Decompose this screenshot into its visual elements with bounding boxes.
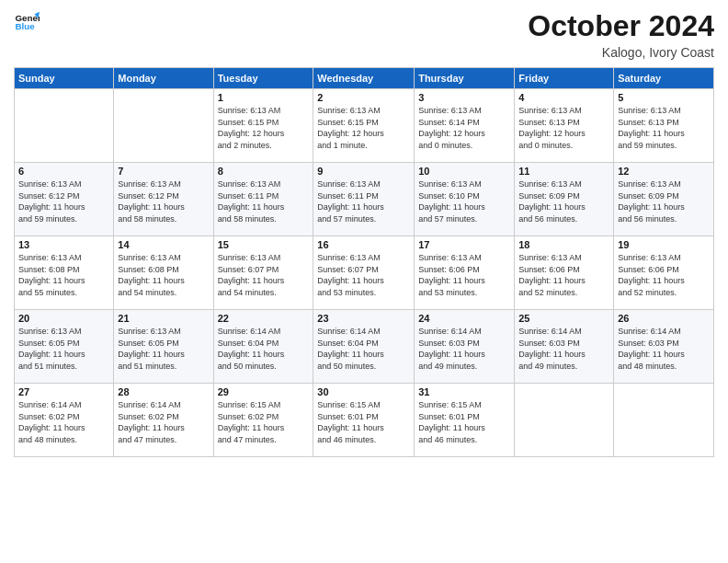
day-number: 15 bbox=[218, 239, 310, 250]
calendar-cell: 18Sunrise: 6:13 AM Sunset: 6:06 PM Dayli… bbox=[515, 236, 614, 310]
calendar-header-tuesday: Tuesday bbox=[213, 68, 313, 89]
calendar-cell: 9Sunrise: 6:13 AM Sunset: 6:11 PM Daylig… bbox=[313, 163, 415, 236]
day-number: 11 bbox=[518, 166, 609, 177]
day-info: Sunrise: 6:13 AM Sunset: 6:06 PM Dayligh… bbox=[418, 252, 510, 298]
day-number: 21 bbox=[118, 313, 209, 324]
calendar-cell: 16Sunrise: 6:13 AM Sunset: 6:07 PM Dayli… bbox=[313, 236, 415, 310]
day-info: Sunrise: 6:14 AM Sunset: 6:03 PM Dayligh… bbox=[418, 326, 510, 372]
calendar-cell: 12Sunrise: 6:13 AM Sunset: 6:09 PM Dayli… bbox=[614, 163, 714, 236]
calendar-cell: 13Sunrise: 6:13 AM Sunset: 6:08 PM Dayli… bbox=[15, 236, 114, 310]
calendar-cell: 28Sunrise: 6:14 AM Sunset: 6:02 PM Dayli… bbox=[114, 384, 213, 457]
day-number: 28 bbox=[118, 386, 209, 397]
day-info: Sunrise: 6:13 AM Sunset: 6:05 PM Dayligh… bbox=[118, 326, 209, 372]
calendar-week-5: 27Sunrise: 6:14 AM Sunset: 6:02 PM Dayli… bbox=[15, 384, 714, 457]
calendar-cell bbox=[114, 89, 213, 163]
calendar-cell: 29Sunrise: 6:15 AM Sunset: 6:02 PM Dayli… bbox=[213, 384, 313, 457]
calendar-header-sunday: Sunday bbox=[15, 68, 114, 89]
day-number: 24 bbox=[418, 313, 510, 324]
calendar-header-friday: Friday bbox=[515, 68, 614, 89]
day-info: Sunrise: 6:13 AM Sunset: 6:05 PM Dayligh… bbox=[18, 326, 109, 372]
day-info: Sunrise: 6:13 AM Sunset: 6:13 PM Dayligh… bbox=[518, 105, 609, 151]
calendar-cell: 24Sunrise: 6:14 AM Sunset: 6:03 PM Dayli… bbox=[415, 310, 515, 384]
day-info: Sunrise: 6:13 AM Sunset: 6:15 PM Dayligh… bbox=[218, 105, 310, 151]
day-number: 16 bbox=[317, 239, 410, 250]
day-number: 22 bbox=[218, 313, 310, 324]
day-info: Sunrise: 6:14 AM Sunset: 6:03 PM Dayligh… bbox=[618, 326, 710, 372]
day-number: 25 bbox=[518, 313, 609, 324]
calendar-cell: 22Sunrise: 6:14 AM Sunset: 6:04 PM Dayli… bbox=[213, 310, 313, 384]
calendar-header-saturday: Saturday bbox=[614, 68, 714, 89]
day-info: Sunrise: 6:13 AM Sunset: 6:08 PM Dayligh… bbox=[118, 252, 209, 298]
calendar-cell: 10Sunrise: 6:13 AM Sunset: 6:10 PM Dayli… bbox=[415, 163, 515, 236]
month-title: October 2024 bbox=[528, 9, 714, 43]
day-number: 29 bbox=[218, 386, 310, 397]
calendar-cell: 6Sunrise: 6:13 AM Sunset: 6:12 PM Daylig… bbox=[15, 163, 114, 236]
day-number: 13 bbox=[18, 239, 109, 250]
day-info: Sunrise: 6:14 AM Sunset: 6:04 PM Dayligh… bbox=[317, 326, 410, 372]
location: Kalogo, Ivory Coast bbox=[528, 45, 714, 60]
day-number: 3 bbox=[418, 92, 510, 103]
day-number: 1 bbox=[218, 92, 310, 103]
calendar-header-row: SundayMondayTuesdayWednesdayThursdayFrid… bbox=[15, 68, 714, 89]
calendar-cell: 30Sunrise: 6:15 AM Sunset: 6:01 PM Dayli… bbox=[313, 384, 415, 457]
calendar-cell: 11Sunrise: 6:13 AM Sunset: 6:09 PM Dayli… bbox=[515, 163, 614, 236]
day-number: 19 bbox=[618, 239, 710, 250]
day-number: 10 bbox=[418, 166, 510, 177]
day-info: Sunrise: 6:13 AM Sunset: 6:14 PM Dayligh… bbox=[418, 105, 510, 151]
day-info: Sunrise: 6:13 AM Sunset: 6:15 PM Dayligh… bbox=[317, 105, 410, 151]
calendar-cell: 5Sunrise: 6:13 AM Sunset: 6:13 PM Daylig… bbox=[614, 89, 714, 163]
day-number: 31 bbox=[418, 386, 510, 397]
calendar-week-2: 6Sunrise: 6:13 AM Sunset: 6:12 PM Daylig… bbox=[15, 163, 714, 236]
day-info: Sunrise: 6:13 AM Sunset: 6:08 PM Dayligh… bbox=[18, 252, 109, 298]
day-info: Sunrise: 6:15 AM Sunset: 6:01 PM Dayligh… bbox=[317, 399, 410, 445]
calendar-header-wednesday: Wednesday bbox=[313, 68, 415, 89]
calendar-cell: 31Sunrise: 6:15 AM Sunset: 6:01 PM Dayli… bbox=[415, 384, 515, 457]
calendar-cell bbox=[15, 89, 114, 163]
day-number: 12 bbox=[618, 166, 710, 177]
day-info: Sunrise: 6:13 AM Sunset: 6:10 PM Dayligh… bbox=[418, 178, 510, 224]
title-block: October 2024 Kalogo, Ivory Coast bbox=[528, 9, 714, 60]
day-number: 30 bbox=[317, 386, 410, 397]
day-info: Sunrise: 6:13 AM Sunset: 6:11 PM Dayligh… bbox=[218, 178, 310, 224]
day-info: Sunrise: 6:13 AM Sunset: 6:06 PM Dayligh… bbox=[618, 252, 710, 298]
page-header: General Blue October 2024 Kalogo, Ivory … bbox=[14, 9, 714, 60]
svg-text:Blue: Blue bbox=[15, 21, 35, 31]
calendar-cell: 21Sunrise: 6:13 AM Sunset: 6:05 PM Dayli… bbox=[114, 310, 213, 384]
day-number: 18 bbox=[518, 239, 609, 250]
day-info: Sunrise: 6:13 AM Sunset: 6:07 PM Dayligh… bbox=[218, 252, 310, 298]
calendar-week-3: 13Sunrise: 6:13 AM Sunset: 6:08 PM Dayli… bbox=[15, 236, 714, 310]
day-info: Sunrise: 6:13 AM Sunset: 6:09 PM Dayligh… bbox=[618, 178, 710, 224]
day-number: 7 bbox=[118, 166, 209, 177]
day-info: Sunrise: 6:13 AM Sunset: 6:12 PM Dayligh… bbox=[118, 178, 209, 224]
day-info: Sunrise: 6:14 AM Sunset: 6:03 PM Dayligh… bbox=[518, 326, 609, 372]
day-info: Sunrise: 6:13 AM Sunset: 6:09 PM Dayligh… bbox=[518, 178, 609, 224]
day-number: 2 bbox=[317, 92, 410, 103]
day-number: 26 bbox=[618, 313, 710, 324]
day-info: Sunrise: 6:13 AM Sunset: 6:11 PM Dayligh… bbox=[317, 178, 410, 224]
day-number: 5 bbox=[618, 92, 710, 103]
calendar-header-monday: Monday bbox=[114, 68, 213, 89]
calendar-cell: 4Sunrise: 6:13 AM Sunset: 6:13 PM Daylig… bbox=[515, 89, 614, 163]
calendar-cell: 25Sunrise: 6:14 AM Sunset: 6:03 PM Dayli… bbox=[515, 310, 614, 384]
day-info: Sunrise: 6:13 AM Sunset: 6:07 PM Dayligh… bbox=[317, 252, 410, 298]
day-number: 14 bbox=[118, 239, 209, 250]
day-info: Sunrise: 6:14 AM Sunset: 6:02 PM Dayligh… bbox=[18, 399, 109, 445]
day-info: Sunrise: 6:13 AM Sunset: 6:12 PM Dayligh… bbox=[18, 178, 109, 224]
calendar-cell: 2Sunrise: 6:13 AM Sunset: 6:15 PM Daylig… bbox=[313, 89, 415, 163]
calendar-cell bbox=[515, 384, 614, 457]
day-number: 9 bbox=[317, 166, 410, 177]
calendar-cell bbox=[614, 384, 714, 457]
day-info: Sunrise: 6:13 AM Sunset: 6:13 PM Dayligh… bbox=[618, 105, 710, 151]
calendar-cell: 7Sunrise: 6:13 AM Sunset: 6:12 PM Daylig… bbox=[114, 163, 213, 236]
calendar-cell: 3Sunrise: 6:13 AM Sunset: 6:14 PM Daylig… bbox=[415, 89, 515, 163]
calendar-cell: 26Sunrise: 6:14 AM Sunset: 6:03 PM Dayli… bbox=[614, 310, 714, 384]
day-number: 8 bbox=[218, 166, 310, 177]
calendar-table: SundayMondayTuesdayWednesdayThursdayFrid… bbox=[14, 67, 714, 457]
day-info: Sunrise: 6:13 AM Sunset: 6:06 PM Dayligh… bbox=[518, 252, 609, 298]
day-number: 6 bbox=[18, 166, 109, 177]
day-number: 23 bbox=[317, 313, 410, 324]
calendar-cell: 19Sunrise: 6:13 AM Sunset: 6:06 PM Dayli… bbox=[614, 236, 714, 310]
day-number: 20 bbox=[18, 313, 109, 324]
day-number: 27 bbox=[18, 386, 109, 397]
logo: General Blue bbox=[14, 9, 40, 35]
